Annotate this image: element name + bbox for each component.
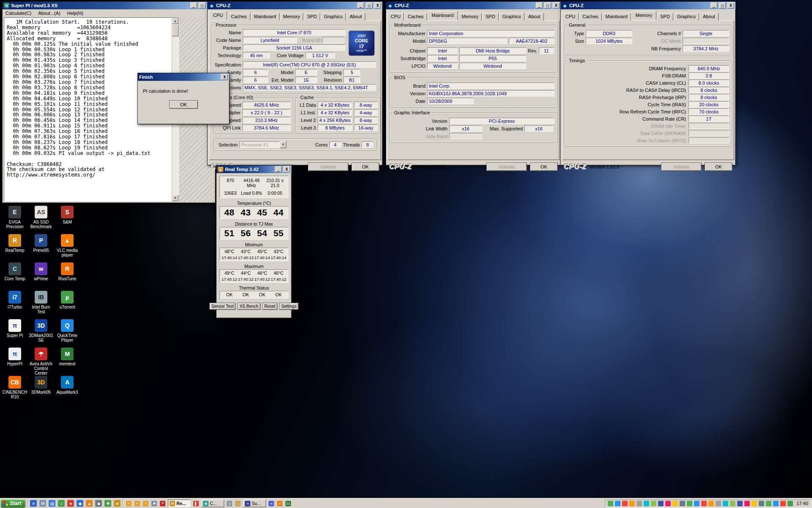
tray-icon[interactable]	[651, 501, 656, 506]
maximize-button[interactable]: □	[544, 3, 551, 8]
tray-icon[interactable]	[622, 501, 628, 506]
tray-icon[interactable]	[615, 501, 620, 506]
taskbar-avira-icon[interactable]: ☂	[159, 500, 166, 507]
desktop-icon-wprime[interactable]: w wPrime	[28, 262, 54, 291]
tray-icon[interactable]	[766, 501, 771, 506]
tray-icon[interactable]	[773, 501, 779, 506]
desktop-icon-as-ssd-benchmark[interactable]: AS AS SSD Benchmark	[28, 206, 54, 234]
tab[interactable]: Graphics	[321, 13, 346, 21]
quick-launch-icon[interactable]: ◆	[77, 500, 83, 507]
close-button[interactable]: X	[553, 3, 560, 8]
desktop-icon-hyperpi[interactable]: π HyperPI	[2, 348, 28, 376]
maximize-button[interactable]: □	[366, 3, 373, 8]
tab[interactable]: Memory	[280, 13, 304, 21]
tray-icon[interactable]	[730, 501, 735, 506]
realtemp-button[interactable]: Reset	[262, 303, 277, 310]
tray-icon[interactable]	[672, 501, 678, 506]
tab[interactable]: About	[346, 13, 365, 21]
tab[interactable]: Caches	[579, 13, 601, 21]
taskbar-hyperpi-icon[interactable]: π	[268, 500, 274, 507]
tray-icon[interactable]	[658, 501, 664, 506]
desktop-icon-3dmark05[interactable]: 3D 3DMark05	[28, 376, 54, 404]
taskbar-xs-bench-icon[interactable]: ⌂	[235, 500, 241, 507]
tray-icon[interactable]	[629, 501, 635, 506]
cpuz-titlebar[interactable]: ◆ CPU-Z _ □ X	[208, 2, 382, 9]
quick-launch-icon[interactable]: ✚	[104, 500, 111, 507]
tray-icon[interactable]	[708, 501, 714, 506]
realtemp-titlebar[interactable]: ▲ Real Temp 3.42 _ X	[217, 166, 291, 173]
close-button[interactable]: X	[283, 166, 290, 172]
tab[interactable]: Mainboard	[428, 11, 458, 20]
desktop-icon-avira[interactable]: ☂ Avira AntiVir Control Center	[28, 348, 54, 376]
superpi-titlebar[interactable]: π Super PI / mod1.5 XS _ □ X	[3, 2, 215, 9]
desktop-icon-utorrent[interactable]: µ uTorrent	[54, 291, 80, 319]
tray-icon[interactable]	[608, 501, 613, 506]
quick-launch-icon[interactable]: ■	[95, 500, 102, 507]
quick-launch-show-desktop-icon[interactable]: ▤	[49, 500, 55, 507]
tray-icon[interactable]	[636, 501, 642, 506]
desktop-icon-prime95[interactable]: P Prime95	[28, 234, 54, 262]
tab[interactable]: Mainboard	[251, 13, 280, 21]
realtemp-button[interactable]: Settings	[279, 303, 299, 310]
tray-icon[interactable]	[759, 501, 764, 506]
tray-icon[interactable]	[744, 501, 750, 506]
tab[interactable]: Mainboard	[602, 13, 631, 21]
quick-launch-mail-icon[interactable]: ✉	[39, 500, 46, 507]
tray-icon[interactable]	[644, 501, 649, 506]
desktop-icon-memtest[interactable]: M memtest	[54, 348, 80, 376]
desktop-icon-sm[interactable]: S S&M	[54, 206, 80, 234]
finish-dialog-titlebar[interactable]: Finish X	[138, 73, 229, 81]
realtemp-button[interactable]: Sensor Test	[209, 303, 236, 310]
desktop-icon-3dmark2001se[interactable]: 3D 3DMark2001 SE	[28, 319, 54, 348]
tray-icon[interactable]	[680, 501, 685, 506]
quick-launch-media-icon[interactable]: ♪	[58, 500, 65, 507]
tab[interactable]: Graphics	[674, 13, 699, 21]
realtemp-button[interactable]: XS Bench	[237, 303, 260, 310]
ok-button[interactable]: OK	[705, 163, 732, 171]
start-button[interactable]: Start	[1, 500, 25, 508]
taskbar-gear-icon[interactable]: ✱	[151, 500, 157, 507]
desktop-icon-intel-burn-test[interactable]: IB Intel Burn Test	[28, 291, 54, 319]
tab[interactable]: SPD	[304, 13, 320, 21]
desktop-icon-super-pi[interactable]: π Super Pi	[2, 319, 28, 348]
taskbar-window-stack-icon[interactable]: ▯	[226, 500, 233, 507]
tray-icon[interactable]	[665, 501, 671, 506]
taskbar-check-icon[interactable]: ✓	[277, 500, 283, 507]
tab[interactable]: About	[525, 13, 544, 21]
taskbar-speedfan-icon[interactable]: ≡	[134, 500, 140, 507]
tab[interactable]: Memory	[458, 13, 482, 21]
maximize-button[interactable]: □	[719, 3, 726, 8]
desktop-icon-i7turbo[interactable]: i7 i7Turbo	[2, 291, 28, 319]
ok-button[interactable]: OK	[530, 163, 558, 171]
close-button[interactable]: X	[221, 74, 228, 80]
tray-icon[interactable]	[737, 501, 743, 506]
scroll-up-icon[interactable]: ▲	[172, 18, 178, 24]
cpuz-titlebar[interactable]: ◆ CPU-Z _ □ X	[561, 2, 735, 9]
task-button-cpuz[interactable]: ◆ C...	[201, 500, 224, 507]
desktop-icon-quicktime[interactable]: Q QuickTime Player	[54, 319, 80, 348]
minimize-button[interactable]: _	[710, 3, 717, 8]
close-button[interactable]: X	[727, 3, 734, 8]
tray-icon[interactable]	[723, 501, 728, 506]
ok-button[interactable]: OK	[351, 163, 379, 171]
desktop-icon-rivatune[interactable]: R RivaTune	[54, 262, 80, 291]
minimize-button[interactable]: _	[275, 166, 282, 172]
tab[interactable]: Memory	[631, 11, 657, 20]
tray-icon[interactable]	[787, 501, 793, 506]
quick-launch-icon[interactable]: ▲	[86, 500, 93, 507]
minimize-button[interactable]: _	[190, 3, 197, 8]
tab[interactable]: About	[700, 13, 719, 21]
scroll-down-icon[interactable]: ▼	[172, 195, 178, 201]
desktop-icon-cinebench-r10[interactable]: CB CINEBENCH R10	[2, 376, 28, 404]
tray-icon[interactable]	[780, 501, 786, 506]
quick-launch-icon[interactable]: ●	[67, 500, 74, 507]
tab[interactable]: Graphics	[499, 13, 524, 21]
tray-icon[interactable]	[752, 501, 757, 506]
tray-icon[interactable]	[694, 501, 700, 506]
minimize-button[interactable]: _	[536, 3, 543, 8]
ok-button[interactable]: OK	[169, 100, 198, 109]
close-button[interactable]: X	[374, 3, 381, 8]
tab[interactable]: CPU	[387, 13, 404, 21]
tab[interactable]: CPU	[562, 13, 579, 21]
tab[interactable]: SPD	[657, 13, 673, 21]
